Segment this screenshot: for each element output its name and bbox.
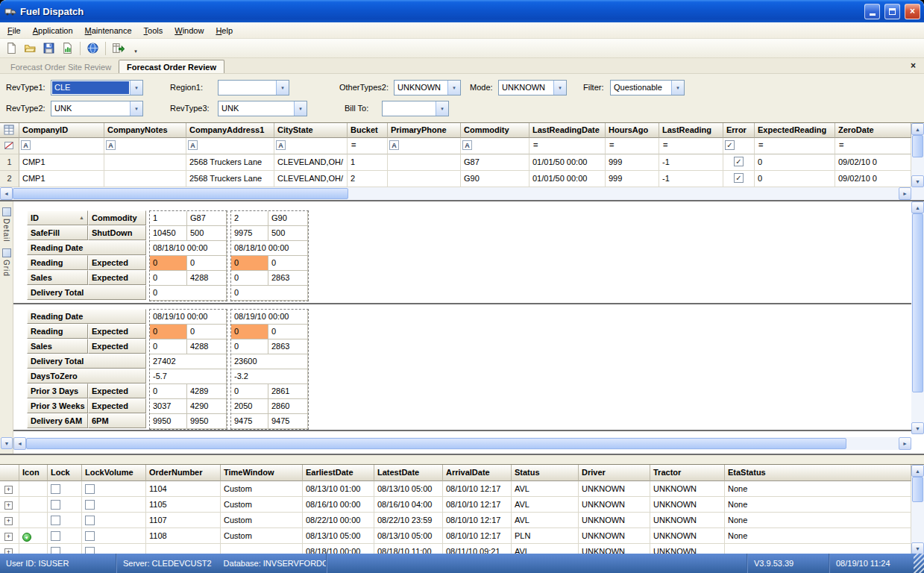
scroll-down-button[interactable]: ▼: [911, 422, 924, 434]
expand-button[interactable]: +: [4, 501, 13, 510]
menu-item-maintenance[interactable]: Maintenance: [79, 24, 138, 37]
scrollbar-thumb[interactable]: [912, 213, 923, 392]
column-header-arrivaldate[interactable]: ArrivalDate: [443, 465, 512, 481]
column-header-status[interactable]: Status: [512, 465, 579, 481]
scrollbar-track[interactable]: [13, 187, 899, 200]
checkbox-unchecked[interactable]: [85, 516, 95, 525]
scroll-down-button[interactable]: ▼: [911, 175, 924, 187]
filter-cell-expectedreading[interactable]: =: [755, 138, 835, 154]
filter-cell-primaryphone[interactable]: A: [388, 138, 461, 154]
scrollbar-track[interactable]: [911, 477, 924, 542]
v-scrollbar[interactable]: ▲ ▼: [911, 201, 924, 434]
expand-button[interactable]: +: [4, 517, 13, 525]
toolbar-overflow-button[interactable]: ▾: [131, 40, 141, 57]
column-header-lastreadingdate[interactable]: LastReadingDate: [529, 123, 606, 138]
column-header-ordernumber[interactable]: OrderNumber: [146, 465, 221, 481]
combo-filter[interactable]: Questionable▼: [610, 80, 685, 96]
table-row[interactable]: +08/18/10 00:0008/18/10 11:0008/11/10 09…: [0, 544, 911, 554]
checkbox-unchecked[interactable]: [85, 531, 95, 541]
minimize-button[interactable]: [864, 4, 880, 19]
scroll-up-button[interactable]: ▲: [911, 201, 924, 213]
combo-revtype3[interactable]: UNK▼: [218, 101, 307, 116]
menu-item-file[interactable]: File: [1, 24, 27, 37]
combo-dropdown-button[interactable]: ▼: [436, 101, 448, 116]
v-scrollbar[interactable]: ▲ ▼: [911, 465, 924, 554]
close-button[interactable]: ×: [905, 4, 920, 19]
column-header-citystate[interactable]: CityState: [274, 123, 348, 138]
combo-dropdown-button[interactable]: ▼: [447, 81, 460, 95]
filter-cell-companynotes[interactable]: A: [104, 138, 186, 154]
filter-cell-hoursago[interactable]: =: [606, 138, 659, 154]
column-header-bucket[interactable]: Bucket: [348, 123, 388, 138]
menu-item-application[interactable]: Application: [27, 24, 79, 37]
tab-forecast-order-review[interactable]: Forecast Order Review: [119, 60, 224, 73]
menu-item-tools[interactable]: Tools: [138, 24, 169, 37]
checkbox-unchecked[interactable]: [85, 484, 95, 494]
scrollbar-thumb[interactable]: [912, 135, 923, 157]
combo-dropdown-button[interactable]: ▼: [276, 81, 289, 95]
tab-close-button[interactable]: ×: [908, 60, 919, 72]
column-header-driver[interactable]: Driver: [579, 465, 650, 481]
menu-item-window[interactable]: Window: [169, 24, 210, 37]
scroll-right-button[interactable]: ►: [899, 437, 911, 450]
scrollbar-thumb[interactable]: [26, 438, 846, 449]
title-bar[interactable]: Fuel Dispatch ×: [0, 0, 924, 22]
filter-cell-companyaddress1[interactable]: A: [186, 138, 274, 154]
row-header[interactable]: 1: [0, 154, 19, 171]
resize-grip[interactable]: [914, 554, 924, 573]
combo-revtype1[interactable]: CLE▼: [51, 80, 143, 96]
side-tab-grid[interactable]: Grid: [2, 248, 11, 277]
column-header-lock[interactable]: Lock: [48, 465, 82, 481]
v-scrollbar[interactable]: ▲ ▼: [911, 123, 924, 187]
column-header-primaryphone[interactable]: PrimaryPhone: [388, 123, 461, 138]
splitter[interactable]: [13, 430, 911, 431]
column-header-commodity[interactable]: Commodity: [461, 123, 529, 138]
exit-icon[interactable]: [110, 40, 127, 57]
expand-button[interactable]: +: [4, 548, 13, 554]
table-row[interactable]: 1CMP12568 Truckers LaneCLEVELAND,OH/1G87…: [0, 154, 911, 171]
table-row[interactable]: +►1108Custom08/13/10 05:0008/13/10 05:00…: [0, 528, 911, 544]
combo-revtype2[interactable]: UNK▼: [51, 101, 143, 116]
filter-cell-zerodate[interactable]: =: [835, 138, 911, 154]
column-header-zerodate[interactable]: ZeroDate: [835, 123, 911, 138]
menu-item-help[interactable]: Help: [210, 24, 239, 37]
checkbox-unchecked[interactable]: [51, 547, 60, 554]
scroll-left-button[interactable]: ◄: [0, 187, 13, 200]
tab-forecast-order-site-review[interactable]: Forecast Order Site Review: [3, 60, 119, 73]
splitter[interactable]: [13, 303, 911, 304]
checkbox-unchecked[interactable]: [51, 500, 60, 510]
column-header-icon[interactable]: Icon: [19, 465, 48, 481]
scroll-up-button[interactable]: ▲: [911, 465, 924, 477]
column-header-companynotes[interactable]: CompanyNotes: [104, 123, 186, 138]
table-row[interactable]: +1104Custom08/13/10 01:0008/13/10 05:000…: [0, 481, 911, 497]
scroll-up-button[interactable]: ▲: [911, 123, 924, 135]
filter-cell-lastreading[interactable]: =: [659, 138, 723, 154]
side-tab-detail[interactable]: Detail: [2, 207, 11, 242]
row-header[interactable]: 2: [0, 171, 19, 187]
column-header-earliestdate[interactable]: EarliestDate: [303, 465, 374, 481]
table-row[interactable]: +1105Custom08/16/10 00:0008/16/10 04:000…: [0, 497, 911, 513]
filter-cell-error[interactable]: ✓: [723, 138, 755, 154]
h-scrollbar[interactable]: ◄ ►: [0, 187, 911, 200]
combo-othertypes2[interactable]: UNKNOWN▼: [394, 80, 461, 96]
expand-button[interactable]: +: [4, 486, 13, 494]
filter-row-icon[interactable]: [0, 138, 19, 154]
scrollbar-thumb[interactable]: [13, 188, 348, 199]
h-scrollbar[interactable]: ◄ ►: [13, 437, 911, 450]
column-header-etastatus[interactable]: EtaStatus: [725, 465, 911, 481]
expand-button[interactable]: +: [4, 533, 13, 541]
column-header-error[interactable]: Error: [723, 123, 755, 138]
save-icon[interactable]: [40, 40, 57, 57]
combo-mode[interactable]: UNKNOWN▼: [498, 80, 567, 96]
checkbox-unchecked[interactable]: [51, 484, 60, 494]
new-document-icon[interactable]: [3, 40, 20, 57]
column-header-lockvolume[interactable]: LockVolume: [82, 465, 146, 481]
scrollbar-thumb[interactable]: [912, 477, 923, 502]
filter-cell-companyid[interactable]: A: [19, 138, 104, 154]
combo-dropdown-button[interactable]: ▼: [130, 81, 142, 95]
combo-dropdown-button[interactable]: ▼: [553, 81, 566, 95]
combo-dropdown-button[interactable]: ▼: [130, 101, 142, 116]
column-header-expectedreading[interactable]: ExpectedReading: [755, 123, 835, 138]
table-row[interactable]: +1107Custom08/22/10 00:0008/22/10 23:590…: [0, 513, 911, 528]
checkbox-unchecked[interactable]: [51, 531, 60, 541]
